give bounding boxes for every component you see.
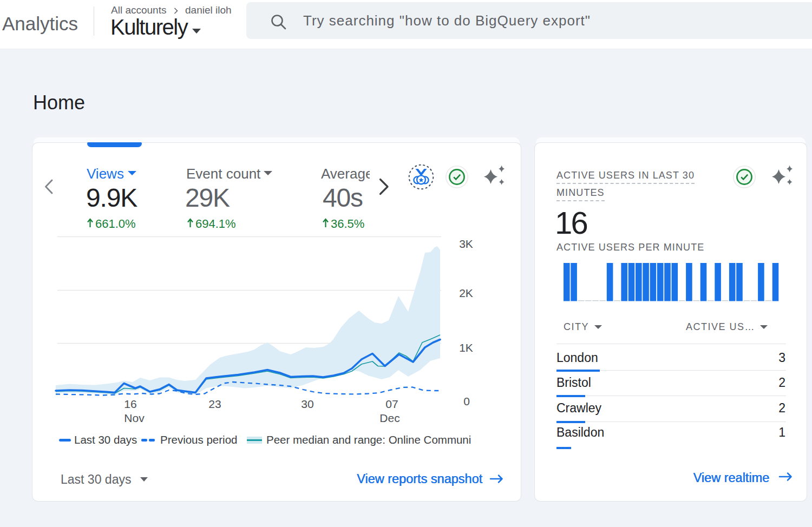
svg-text:0: 0 — [463, 395, 470, 407]
svg-text:16: 16 — [124, 398, 136, 410]
svg-text:Dec: Dec — [379, 412, 400, 424]
svg-text:Nov: Nov — [124, 412, 145, 424]
svg-text:3K: 3K — [459, 238, 473, 250]
svg-text:07: 07 — [385, 398, 398, 410]
svg-text:30: 30 — [301, 398, 313, 410]
svg-text:23: 23 — [208, 398, 221, 410]
svg-text:1K: 1K — [459, 341, 473, 354]
svg-text:2K: 2K — [459, 287, 473, 299]
